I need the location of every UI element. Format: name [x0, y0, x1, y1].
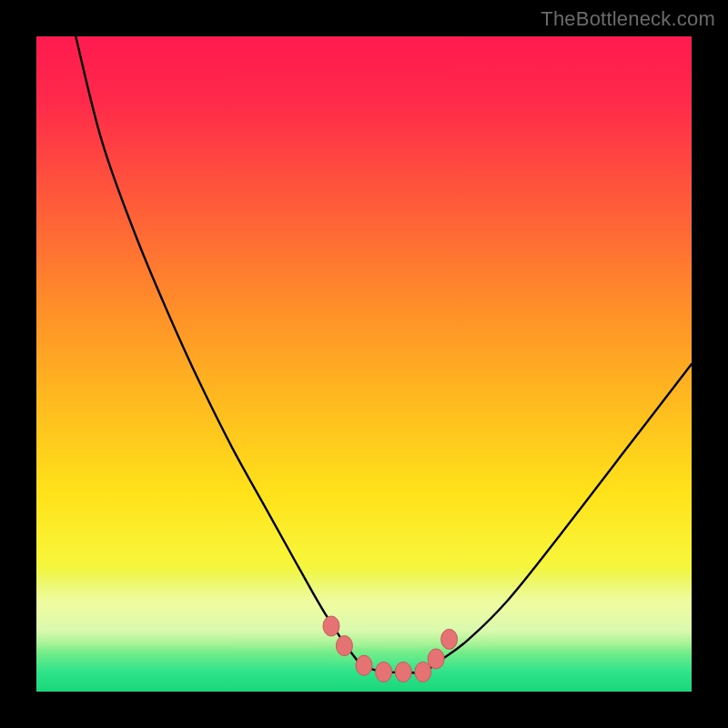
plot-area	[36, 36, 692, 692]
bottleneck-curve-svg	[36, 36, 692, 692]
chart-frame: TheBottleneck.com	[0, 0, 728, 728]
optimum-marker	[441, 629, 458, 649]
optimum-marker	[395, 662, 411, 682]
bottleneck-curve-path	[76, 36, 692, 673]
optimum-marker	[356, 655, 372, 675]
optimum-marker	[415, 662, 431, 682]
optimum-marker	[376, 662, 392, 682]
optimum-marker	[428, 649, 444, 669]
optimum-marker	[323, 616, 339, 636]
watermark-text: TheBottleneck.com	[541, 7, 715, 31]
optimum-markers-group	[323, 616, 458, 682]
highlight-band	[36, 569, 692, 651]
optimum-marker	[336, 636, 352, 656]
